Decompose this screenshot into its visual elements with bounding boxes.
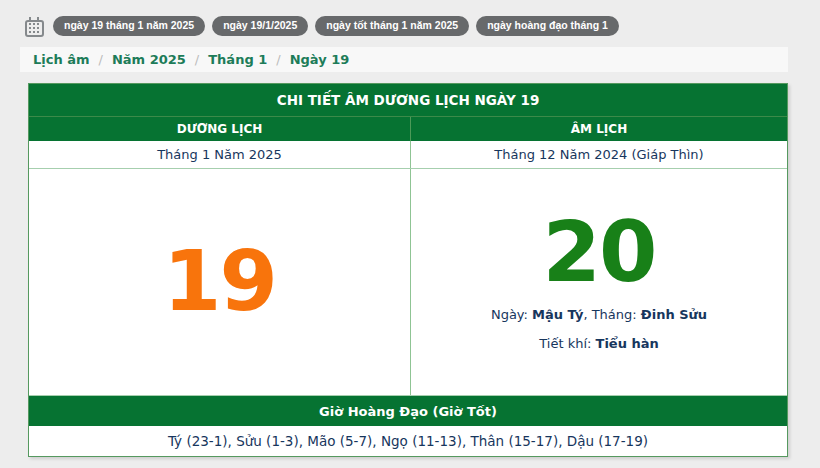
- hoang-dao-header: Giờ Hoàng Đạo (Giờ Tốt): [29, 395, 787, 426]
- tag-pill-day-short[interactable]: ngày 19/1/2025: [212, 16, 308, 36]
- page: ngày 19 tháng 1 năm 2025 ngày 19/1/2025 …: [0, 0, 820, 457]
- lunar-day-number: 20: [543, 213, 656, 293]
- breadcrumb-item-thang-1[interactable]: Tháng 1: [208, 52, 267, 67]
- calendar-detail-table: CHI TIẾT ÂM DƯƠNG LỊCH NGÀY 19 DƯƠNG LỊC…: [28, 83, 788, 457]
- lunar-day-label: Ngày:: [491, 307, 532, 322]
- breadcrumb-separator: /: [99, 52, 103, 67]
- tags-bar: ngày 19 tháng 1 năm 2025 ngày 19/1/2025 …: [25, 0, 820, 37]
- breadcrumb-item-ngay-19[interactable]: Ngày 19: [290, 52, 350, 67]
- lunar-day-cell: 20 Ngày: Mậu Tý, Tháng: Đinh Sửu Tiết kh…: [410, 169, 787, 395]
- tiet-khi-line: Tiết khí: Tiểu hàn: [539, 336, 659, 351]
- tag-pill-good-days[interactable]: ngày tốt tháng 1 năm 2025: [315, 16, 469, 36]
- calendar-icon: [25, 20, 44, 37]
- page-title: CHI TIẾT ÂM DƯƠNG LỊCH NGÀY 19: [29, 84, 787, 117]
- lunar-day-canchi: Mậu Tý: [532, 307, 583, 322]
- lunar-canchi-line: Ngày: Mậu Tý, Tháng: Đinh Sửu: [491, 307, 707, 322]
- solar-day-cell: 19: [29, 169, 410, 395]
- solar-day-number: 19: [163, 242, 276, 322]
- solar-column-header: DƯƠNG LỊCH: [29, 117, 410, 141]
- tag-pill-hoang-dao[interactable]: ngày hoàng đạo tháng 1: [476, 16, 619, 36]
- solar-month-year: Tháng 1 Năm 2025: [29, 141, 410, 168]
- breadcrumb-separator: /: [276, 52, 280, 67]
- breadcrumb-item-nam-2025[interactable]: Năm 2025: [112, 52, 186, 67]
- lunar-column-header: ÂM LỊCH: [410, 117, 787, 141]
- day-numbers-row: 19 20 Ngày: Mậu Tý, Tháng: Đinh Sửu Tiết…: [29, 169, 787, 395]
- tiet-khi-value: Tiểu hàn: [596, 336, 659, 351]
- breadcrumb: Lịch âm / Năm 2025 / Tháng 1 / Ngày 19: [20, 47, 788, 72]
- breadcrumb-separator: /: [195, 52, 199, 67]
- lunar-month-canchi: Đinh Sửu: [641, 307, 707, 322]
- lunar-month-label: , Tháng:: [583, 307, 640, 322]
- month-year-row: Tháng 1 Năm 2025 Tháng 12 Năm 2024 (Giáp…: [29, 141, 787, 169]
- hoang-dao-hours: Tý (23-1), Sửu (1-3), Mão (5-7), Ngọ (11…: [29, 426, 787, 456]
- tiet-khi-label: Tiết khí:: [539, 336, 595, 351]
- tag-pill-day-full[interactable]: ngày 19 tháng 1 năm 2025: [53, 16, 205, 36]
- column-headers-row: DƯƠNG LỊCH ÂM LỊCH: [29, 117, 787, 141]
- lunar-month-year: Tháng 12 Năm 2024 (Giáp Thìn): [410, 141, 787, 168]
- breadcrumb-item-lich-am[interactable]: Lịch âm: [33, 52, 90, 67]
